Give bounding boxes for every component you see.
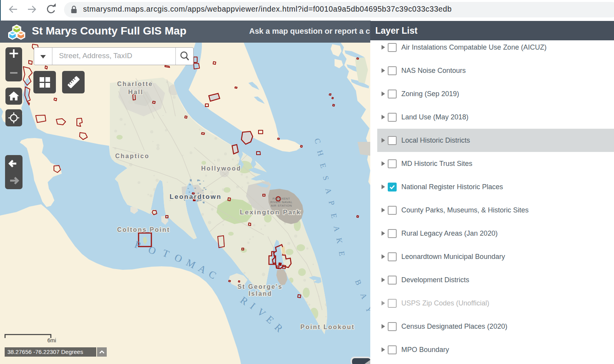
svg-text:Point Lookout: Point Lookout bbox=[300, 324, 355, 330]
svg-text:AIR STATION: AIR STATION bbox=[271, 204, 292, 207]
svg-text:RIVER NAVAL: RIVER NAVAL bbox=[270, 200, 292, 204]
svg-text:Leonardtown: Leonardtown bbox=[170, 193, 222, 200]
svg-text:St George's: St George's bbox=[238, 283, 283, 290]
svg-text:Charlotte: Charlotte bbox=[117, 81, 153, 87]
svg-text:Chaptico: Chaptico bbox=[115, 153, 149, 159]
svg-text:Hall: Hall bbox=[128, 89, 143, 95]
svg-text:Coltons Point: Coltons Point bbox=[117, 226, 170, 233]
svg-text:Island: Island bbox=[248, 290, 272, 297]
svg-text:Lexington Park: Lexington Park bbox=[240, 209, 301, 216]
svg-text:PATUXENT: PATUXENT bbox=[272, 197, 290, 200]
svg-text:Hollywood: Hollywood bbox=[201, 165, 241, 172]
